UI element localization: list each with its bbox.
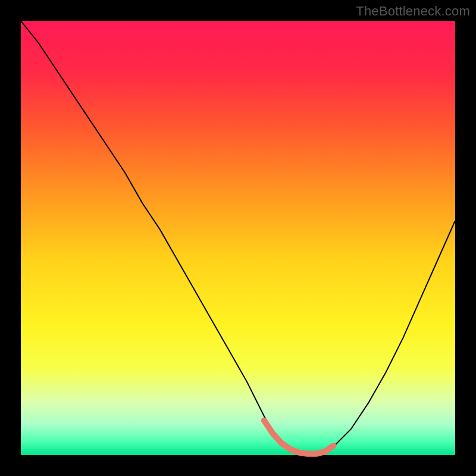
watermark-text: TheBottleneck.com xyxy=(356,4,470,19)
chart-container: TheBottleneck.com xyxy=(0,0,476,476)
bottleneck-chart xyxy=(0,0,476,476)
plot-background xyxy=(21,21,455,455)
